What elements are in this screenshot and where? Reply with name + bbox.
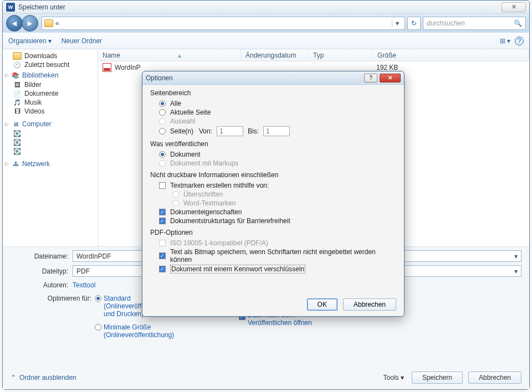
documents-icon: 📄 — [13, 90, 22, 97]
back-button[interactable]: ◄ — [6, 15, 23, 32]
col-size[interactable]: Größe — [373, 49, 529, 61]
address-bar[interactable]: « ▾ — [42, 17, 405, 30]
chevron-up-icon: ⌃ — [11, 374, 16, 381]
sidebar-item-drive-3[interactable]: 💽 — [13, 147, 96, 156]
chevron-down-icon[interactable]: ▾ — [514, 267, 518, 275]
recent-icon: 🕘 — [13, 61, 22, 69]
sidebar: Downloads 🕘Zuletzt besucht ▷📚Bibliotheke… — [3, 49, 98, 246]
from-spinner[interactable]: 1 — [217, 126, 243, 136]
publish-markup-radio: Dokument mit Markups — [150, 159, 396, 168]
dialog-title-bar: Optionen ? ✕ — [142, 71, 404, 85]
sidebar-item-drive-1[interactable]: 💽 — [13, 129, 96, 138]
file-size: 192 KB — [376, 64, 398, 71]
window-title: Speichern unter — [18, 3, 499, 11]
chevron-down-icon[interactable]: ▾ — [514, 252, 518, 260]
drive-icon: 💽 — [13, 147, 22, 155]
search-box[interactable]: durchsuchen 🔍 — [423, 17, 526, 30]
sidebar-item-recent[interactable]: 🕘Zuletzt besucht — [13, 60, 96, 69]
view-icons: ⊞ ▾ ? — [500, 37, 524, 45]
sidebar-group-computer[interactable]: ▷🖥Computer — [5, 120, 96, 128]
ok-button[interactable]: OK — [307, 298, 337, 311]
word-app-icon: W — [6, 3, 15, 12]
sidebar-group-network[interactable]: ▷🖧Netzwerk — [5, 160, 96, 168]
dialog-title: Optionen — [146, 74, 362, 82]
pdf-icon — [103, 63, 111, 72]
nav-buttons: ◄ ► — [6, 16, 39, 31]
authors-value[interactable]: Texttool — [73, 281, 95, 289]
title-bar: W Speichern unter ✕ — [3, 1, 529, 14]
column-headers: Name▴ Änderungsdatum Typ Größe — [98, 49, 529, 61]
cancel-button[interactable]: Abbrechen — [343, 298, 396, 311]
range-pages-radio[interactable]: Seite(n) Von: 1 Bis: 1 — [150, 126, 396, 137]
col-modified[interactable]: Änderungsdatum — [241, 49, 309, 61]
chevron-down-icon: ▾ — [48, 37, 52, 45]
pictures-icon: 🖼 — [13, 81, 22, 89]
music-icon: 🎵 — [13, 99, 22, 106]
bookmarks-checkbox[interactable]: Textmarken erstellen mithilfe von: — [150, 181, 396, 190]
structuretags-checkbox[interactable]: Dokumentstrukturtags für Barrierefreihei… — [150, 216, 396, 225]
sidebar-group-libraries[interactable]: ▷📚Bibliotheken — [5, 71, 96, 79]
address-bar-row: ◄ ► « ▾ ↻ durchsuchen 🔍 — [3, 14, 529, 33]
tools-menu[interactable]: Tools ▾ — [383, 374, 404, 381]
group-nonprint: Nicht druckbare Informationen einschließ… — [150, 171, 396, 179]
network-icon: 🖧 — [11, 160, 20, 168]
group-publish-what: Was veröffentlichen — [150, 140, 396, 148]
sidebar-item-drive-2[interactable]: 💽 — [13, 138, 96, 147]
to-spinner[interactable]: 1 — [263, 126, 290, 136]
expand-icon: ▷ — [5, 161, 9, 167]
sidebar-item-documents[interactable]: 📄Dokumente — [13, 89, 96, 98]
from-label: Von: — [199, 127, 212, 135]
save-button[interactable]: Speichern — [412, 372, 463, 384]
sidebar-item-videos[interactable]: 🎞Videos — [13, 107, 96, 116]
drive-icon: 💽 — [13, 130, 22, 137]
hide-folders-button[interactable]: ⌃ Ordner ausblenden — [11, 374, 76, 381]
folder-icon — [13, 52, 22, 60]
drive-icon: 💽 — [13, 138, 22, 146]
new-folder-button[interactable]: Neuer Ordner — [62, 37, 102, 45]
group-page-range: Seitenbereich — [150, 89, 396, 97]
toolbar: Organisieren ▾ Neuer Ordner ⊞ ▾ ? — [3, 33, 529, 49]
breadcrumb: « — [55, 19, 59, 27]
bookmarks-word-radio: Word-Textmarken — [150, 199, 396, 208]
filetype-label: Dateityp: — [11, 267, 73, 275]
range-current-radio[interactable]: Aktuelle Seite — [150, 108, 396, 117]
expand-icon: ▷ — [5, 121, 9, 127]
docprops-checkbox[interactable]: Dokumenteigenschaften — [150, 208, 396, 216]
bitmap-checkbox[interactable]: Text als Bitmap speichern, wenn Schrifta… — [150, 247, 396, 264]
cancel-button[interactable]: Abbrechen — [468, 372, 521, 384]
range-selection-radio: Auswahl — [150, 117, 396, 126]
options-dialog: Optionen ? ✕ Seitenbereich Alle Aktuelle… — [142, 71, 405, 317]
pdfa-checkbox: ISO 19005-1-kompatibel (PDF/A) — [150, 239, 396, 247]
col-type[interactable]: Typ — [309, 49, 373, 61]
organize-button[interactable]: Organisieren ▾ — [8, 37, 52, 45]
folder-icon — [44, 19, 53, 27]
libraries-icon: 📚 — [11, 71, 20, 79]
optimize-minimal-radio[interactable]: Minimale Größe (Onlineveröffentlichung) — [95, 323, 167, 339]
sidebar-item-downloads[interactable]: Downloads — [13, 51, 96, 60]
to-label: Bis: — [248, 127, 259, 135]
search-placeholder: durchsuchen — [427, 19, 465, 27]
forward-button[interactable]: ► — [22, 15, 38, 32]
dialog-close-button[interactable]: ✕ — [380, 74, 401, 82]
help-button[interactable]: ? — [515, 37, 524, 45]
dialog-help-button[interactable]: ? — [364, 74, 377, 82]
authors-label: Autoren: — [11, 281, 73, 289]
address-dropdown-icon[interactable]: ▾ — [392, 19, 402, 27]
sidebar-item-music[interactable]: 🎵Musik — [13, 98, 96, 107]
window-close-button[interactable]: ✕ — [502, 2, 526, 12]
col-name[interactable]: Name▴ — [98, 49, 241, 61]
group-pdf-options: PDF-Optionen — [150, 229, 396, 236]
view-mode-button[interactable]: ⊞ ▾ — [500, 37, 510, 45]
expand-icon: ▷ — [5, 73, 9, 78]
refresh-button[interactable]: ↻ — [407, 17, 421, 30]
range-all-radio[interactable]: Alle — [150, 99, 396, 108]
file-name: WordInP — [115, 64, 244, 71]
computer-icon: 🖥 — [11, 120, 20, 128]
bookmarks-headings-radio: Überschriften — [150, 190, 396, 199]
search-icon[interactable]: 🔍 — [514, 19, 522, 27]
optimize-label: Optimieren für: — [11, 295, 95, 339]
encrypt-checkbox[interactable]: Dokument mit einem Kennwort verschlüssel… — [150, 264, 396, 274]
videos-icon: 🎞 — [13, 107, 22, 115]
sidebar-item-pictures[interactable]: 🖼Bilder — [13, 80, 96, 89]
publish-document-radio[interactable]: Dokument — [150, 150, 396, 159]
